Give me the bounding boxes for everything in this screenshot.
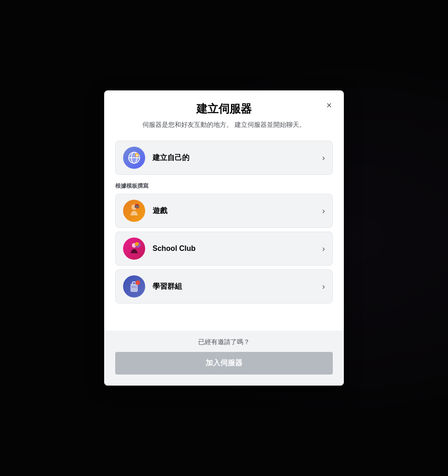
svg-rect-13 <box>131 286 137 287</box>
create-own-section: ★ 建立自己的 › <box>115 141 333 175</box>
create-own-option[interactable]: ★ 建立自己的 › <box>115 141 333 175</box>
modal-backdrop: × 建立伺服器 伺服器是您和好友互動的地方。 建立伺服器並開始聊天。 <box>0 0 448 476</box>
svg-point-11 <box>135 242 139 246</box>
svg-text:🎮: 🎮 <box>135 204 139 209</box>
school-club-icon <box>123 238 145 260</box>
chevron-right-icon: › <box>322 153 325 163</box>
modal-header: 建立伺服器 伺服器是您和好友互動的地方。 建立伺服器並開始聊天。 <box>104 90 344 133</box>
game-label: 遊戲 <box>153 206 322 216</box>
modal-body: ★ 建立自己的 › 根據模板撰寫 🎮 <box>104 133 344 331</box>
create-own-label: 建立自己的 <box>153 153 322 163</box>
modal-footer: 已經有邀請了嗎？ 加入伺服器 <box>104 331 344 386</box>
game-option[interactable]: 🎮 遊戲 › <box>115 194 333 228</box>
chevron-right-icon-2: › <box>322 206 325 216</box>
close-icon: × <box>326 100 332 111</box>
game-icon: 🎮 <box>123 200 145 222</box>
svg-point-14 <box>136 280 140 285</box>
create-server-modal: × 建立伺服器 伺服器是您和好友互動的地方。 建立伺服器並開始聊天。 <box>104 90 344 386</box>
svg-text:★: ★ <box>136 154 139 157</box>
school-club-label: School Club <box>153 244 322 253</box>
template-section-label: 根據模板撰寫 <box>115 182 333 190</box>
create-own-icon: ★ <box>123 147 145 169</box>
join-server-button[interactable]: 加入伺服器 <box>115 352 333 375</box>
school-club-option[interactable]: School Club › <box>115 232 333 266</box>
footer-text: 已經有邀請了嗎？ <box>115 338 333 346</box>
svg-rect-12 <box>130 284 138 292</box>
study-group-option[interactable]: 學習群組 › <box>115 269 333 303</box>
study-group-icon <box>123 275 145 298</box>
study-group-label: 學習群組 <box>153 282 322 292</box>
chevron-right-icon-4: › <box>322 282 325 292</box>
chevron-right-icon-3: › <box>322 244 325 254</box>
modal-subtitle: 伺服器是您和好友互動的地方。 建立伺服器並開始聊天。 <box>115 120 333 130</box>
close-button[interactable]: × <box>322 98 336 113</box>
modal-title: 建立伺服器 <box>115 101 333 116</box>
